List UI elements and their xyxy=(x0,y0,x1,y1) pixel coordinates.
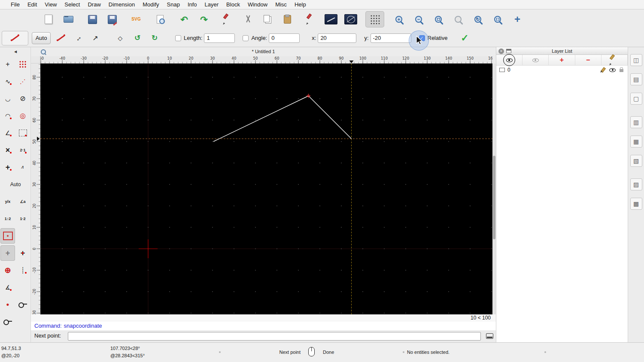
snap-restriction-button[interactable]: ∕! xyxy=(15,160,30,175)
collapse-snap-toolbar-button[interactable]: ◀ xyxy=(0,49,30,55)
relative-zero-marker-button[interactable]: ⊕ xyxy=(0,262,15,278)
dock-panel-button-6[interactable]: ▧ xyxy=(630,155,642,167)
menu-help[interactable]: Help xyxy=(291,1,310,8)
snap-grid-button[interactable] xyxy=(15,57,30,72)
drawing-canvas[interactable] xyxy=(40,63,492,314)
layer-select-box[interactable] xyxy=(499,68,505,72)
menu-misc[interactable]: Misc xyxy=(271,1,291,8)
segment-redo-button[interactable]: ↻ xyxy=(146,32,163,45)
dock-panel-button-3[interactable]: ▢ xyxy=(630,93,642,105)
zoom-out-button[interactable]: − xyxy=(409,11,428,27)
toggle-keyboard-button[interactable] xyxy=(486,333,493,339)
menu-modify[interactable]: Modify xyxy=(139,1,163,8)
line-tool-button[interactable] xyxy=(322,11,340,27)
snap-middle-button[interactable]: 2·1 xyxy=(15,142,30,158)
menu-layer[interactable]: Layer xyxy=(201,1,223,8)
snap-arc-button[interactable]: ◡ xyxy=(0,91,15,106)
dock-panel-button-8[interactable]: ▩ xyxy=(630,198,642,210)
new-document-button[interactable] xyxy=(39,11,58,27)
close-panel-button[interactable]: × xyxy=(498,48,504,54)
set-relative-zero-button[interactable]: • xyxy=(0,297,15,312)
zoom-window-button[interactable] xyxy=(488,11,507,27)
set-distance-horizontal-button[interactable]: 1·2 xyxy=(15,211,30,226)
zoom-auto-button[interactable] xyxy=(429,11,448,27)
length-input[interactable] xyxy=(204,33,235,43)
modify-layer-button[interactable] xyxy=(601,55,628,65)
layer-lock-icon[interactable] xyxy=(620,69,623,72)
ellipse-tool-button[interactable] xyxy=(341,11,360,27)
draw-pen-button[interactable] xyxy=(302,11,321,27)
zoom-in-button[interactable]: + xyxy=(389,11,408,27)
menu-block[interactable]: Block xyxy=(222,1,244,8)
save-button[interactable] xyxy=(83,11,102,27)
x-input[interactable] xyxy=(318,33,356,43)
active-tool-indicator[interactable] xyxy=(2,31,28,45)
menu-snap[interactable]: Snap xyxy=(163,1,184,8)
restriction-auto-button[interactable]: Auto xyxy=(0,177,30,192)
length-checkbox[interactable] xyxy=(175,35,181,41)
menu-select[interactable]: Select xyxy=(61,1,84,8)
layer-row[interactable]: 0 xyxy=(496,66,628,74)
delete-button[interactable] xyxy=(219,11,237,27)
dock-panel-button-5[interactable]: ▦ xyxy=(630,136,642,148)
polyline-option-button[interactable]: ◇ xyxy=(112,32,129,45)
menu-info[interactable]: Info xyxy=(184,1,201,8)
undo-button[interactable]: ↶ xyxy=(175,11,194,27)
paste-button[interactable] xyxy=(278,11,297,27)
dock-panel-button-1[interactable]: ◫ xyxy=(630,54,642,66)
cut-button[interactable] xyxy=(238,11,257,27)
set-distance-vertical-button[interactable]: 1↕2 xyxy=(0,211,15,226)
layer-visible-icon[interactable] xyxy=(609,68,616,72)
zoom-previous-button[interactable] xyxy=(449,11,468,27)
dock-panel-button-2[interactable]: ▤ xyxy=(630,73,642,85)
redo-button[interactable]: ↷ xyxy=(194,11,213,27)
snap-center-button[interactable]: ◎ xyxy=(15,108,30,124)
vertical-scrollbar[interactable] xyxy=(492,63,496,314)
snap-on-entity-button[interactable] xyxy=(15,125,30,141)
line-mode-button[interactable] xyxy=(52,32,70,45)
menu-edit[interactable]: Edit xyxy=(24,1,41,8)
lock-relative-zero-button[interactable] xyxy=(15,297,30,312)
snap-arc-center-button[interactable]: ◠ xyxy=(0,108,15,124)
snap-intersection-button[interactable]: × xyxy=(0,142,15,158)
snap-auto-dropdown[interactable]: Auto xyxy=(32,32,51,44)
dock-panel-button-7[interactable]: ▨ xyxy=(630,178,642,190)
restrict-angle-button[interactable]: ∠a xyxy=(15,194,30,209)
snap-free-button[interactable]: + xyxy=(0,57,15,72)
angle-rays-button[interactable]: ∡ xyxy=(0,280,15,295)
scrollbar-thumb[interactable] xyxy=(493,156,495,239)
line-bidirectional-button[interactable]: ↔ xyxy=(70,32,87,45)
snap-circle-button[interactable]: ⊘ xyxy=(15,91,30,106)
line-direction-button[interactable]: ↗ xyxy=(87,32,104,45)
dock-panel-button-4[interactable]: ▥ xyxy=(630,116,642,128)
hide-inactive-layers-button[interactable] xyxy=(522,55,549,65)
remove-layer-button[interactable]: − xyxy=(575,55,601,65)
menu-draw[interactable]: Draw xyxy=(84,1,104,8)
grid-plus-button[interactable]: + xyxy=(0,245,15,261)
unlock-relative-zero-button[interactable] xyxy=(0,314,15,329)
y-input[interactable] xyxy=(371,33,411,43)
angle-input[interactable] xyxy=(269,33,300,43)
copy-button[interactable] xyxy=(258,11,277,27)
snap-distance-button[interactable]: + xyxy=(0,160,15,175)
crosshair-center-button[interactable]: + xyxy=(15,245,30,261)
menu-view[interactable]: View xyxy=(41,1,61,8)
add-layer-button[interactable]: + xyxy=(549,55,575,65)
save-as-button[interactable] xyxy=(103,11,122,27)
menu-file[interactable]: File xyxy=(7,1,24,8)
float-panel-button[interactable] xyxy=(506,49,511,53)
vertical-snap-button[interactable]: ┊ xyxy=(15,262,30,278)
snap-tangent-button[interactable]: ∠ xyxy=(0,125,15,141)
menu-dimension[interactable]: Dimension xyxy=(105,1,139,8)
snap-endpoint-button[interactable]: ∿ xyxy=(0,74,15,89)
zoom-redraw-button[interactable]: ↻ xyxy=(468,11,487,27)
layer-edit-icon[interactable] xyxy=(599,67,605,73)
show-all-layers-button[interactable] xyxy=(496,55,522,65)
command-input[interactable] xyxy=(68,332,481,341)
grid-toggle-button[interactable] xyxy=(365,11,384,27)
restrict-orthogonal-button[interactable]: y/x xyxy=(0,194,15,209)
confirm-button[interactable]: ✓ xyxy=(456,31,473,45)
menu-window[interactable]: Window xyxy=(244,1,271,8)
svg-export-button[interactable]: SVG xyxy=(127,11,146,27)
print-preview-button[interactable] xyxy=(151,11,170,27)
